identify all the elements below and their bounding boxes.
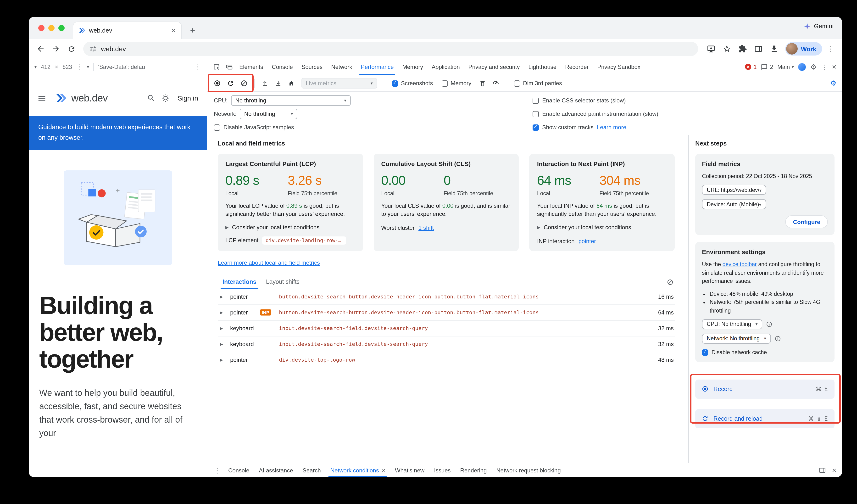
- side-panel-icon[interactable]: [754, 45, 762, 53]
- row-expand-icon[interactable]: ▶: [220, 358, 223, 363]
- install-icon[interactable]: [706, 45, 715, 53]
- tab-privacy-security[interactable]: Privacy and security: [464, 58, 524, 75]
- css-selector-stats-row[interactable]: Enable CSS selector stats (slow): [533, 95, 626, 106]
- drawer-tab-network-conditions[interactable]: Network conditions ×: [325, 463, 390, 477]
- interaction-row[interactable]: ▶ pointer div.devsite-top-logo-row 48 ms: [218, 352, 675, 368]
- issue-count[interactable]: 2: [770, 64, 773, 70]
- cls-worst-cluster-link[interactable]: 1 shift: [418, 224, 434, 231]
- save-profile-icon[interactable]: [272, 77, 284, 89]
- record-and-reload-button[interactable]: Record and reload ⌘ ⇧ E: [695, 409, 835, 429]
- reload-icon[interactable]: [64, 41, 79, 56]
- record-button[interactable]: Record ⌘ E: [695, 380, 835, 399]
- drawer-close-icon[interactable]: ×: [832, 466, 836, 474]
- forward-icon[interactable]: [49, 41, 63, 56]
- interaction-target[interactable]: input.devsite-search-field.devsite-searc…: [279, 325, 428, 332]
- new-tab-button[interactable]: [186, 23, 199, 37]
- device-toolbar-link[interactable]: device toolbar: [723, 262, 757, 267]
- memory-checkbox[interactable]: Memory: [438, 80, 475, 87]
- learn-more-metrics-link[interactable]: Learn more about local and field metrics: [218, 259, 320, 266]
- browser-tab[interactable]: web.dev: [73, 21, 182, 39]
- url-select[interactable]: URL: https://web.dev/: [702, 185, 766, 195]
- drawer-tab-search[interactable]: Search: [298, 463, 325, 477]
- site-search-icon[interactable]: [147, 94, 155, 102]
- drawer-tab-network-request-blocking[interactable]: Network request blocking: [491, 463, 565, 477]
- inspect-element-icon[interactable]: [210, 61, 222, 73]
- save-data-label[interactable]: 'Save-Data': defau: [98, 63, 145, 70]
- performance-settings-gear-icon[interactable]: ⚙: [830, 79, 838, 88]
- interaction-row[interactable]: ▶ pointer button.devsite-search-button.d…: [218, 289, 675, 305]
- network-info-icon[interactable]: [775, 336, 781, 342]
- row-expand-icon[interactable]: ▶: [220, 326, 223, 331]
- tab-console[interactable]: Console: [268, 58, 297, 75]
- profile-button[interactable]: Work: [785, 42, 822, 55]
- row-expand-icon[interactable]: ▶: [220, 310, 223, 315]
- cpu-throttling-select[interactable]: No throttling: [231, 95, 351, 106]
- drawer-tab-console[interactable]: Console: [223, 463, 254, 477]
- drawer-tab-issues[interactable]: Issues: [429, 463, 455, 477]
- cpu-info-icon[interactable]: [766, 321, 772, 327]
- issues-bubble-icon[interactable]: [761, 63, 768, 70]
- drawer-layout-icon[interactable]: [819, 467, 826, 474]
- tab-elements[interactable]: Elements: [235, 58, 268, 75]
- inp-test-conditions-expander[interactable]: ▶ Consider your local test conditions: [537, 224, 667, 231]
- interaction-row[interactable]: ▶ keyboard input.devsite-search-field.de…: [218, 336, 675, 352]
- downloads-icon[interactable]: [770, 45, 778, 53]
- viewport-height[interactable]: 823: [63, 63, 72, 70]
- interaction-target[interactable]: div.devsite-top-logo-row: [279, 357, 355, 363]
- paint-instrumentation-checkbox-box[interactable]: [533, 111, 539, 117]
- custom-tracks-row[interactable]: Show custom tracks Learn more: [533, 121, 626, 133]
- maximize-window-button[interactable]: [58, 25, 65, 31]
- memory-checkbox-box[interactable]: [441, 80, 448, 86]
- emulation-more-icon[interactable]: ⋮: [76, 63, 83, 70]
- drawer-tab-close-icon[interactable]: ×: [382, 463, 385, 477]
- interaction-target[interactable]: input.devsite-search-field.devsite-searc…: [279, 341, 428, 347]
- live-metrics-home-icon[interactable]: [285, 77, 298, 89]
- context-selector[interactable]: Main ▾: [777, 63, 794, 70]
- emulation-overflow-icon[interactable]: ⋮: [195, 63, 201, 70]
- network-throttling-select[interactable]: No throttling: [240, 108, 297, 119]
- custom-tracks-learn-more-link[interactable]: Learn more: [597, 124, 626, 131]
- drawer-tab-whats-new[interactable]: What's new: [390, 463, 429, 477]
- devtools-close-icon[interactable]: ×: [832, 63, 836, 71]
- tab-close-icon[interactable]: [170, 27, 177, 34]
- gauge-icon[interactable]: [489, 77, 502, 89]
- paint-instrumentation-row[interactable]: Enable advanced paint instrumentation (s…: [533, 108, 658, 120]
- extensions-puzzle-icon[interactable]: [738, 45, 747, 53]
- screenshots-checkbox[interactable]: Screenshots: [388, 80, 437, 87]
- interaction-row[interactable]: ▶ keyboard input.devsite-search-field.de…: [218, 321, 675, 336]
- dim-3rd-parties-checkbox[interactable]: Dim 3rd parties: [510, 80, 566, 87]
- disable-js-samples-checkbox-box[interactable]: [214, 124, 220, 131]
- tab-recorder[interactable]: Recorder: [561, 58, 593, 75]
- tab-performance[interactable]: Performance: [356, 58, 398, 75]
- gemini-button[interactable]: Gemini: [804, 22, 834, 30]
- lcp-test-conditions-expander[interactable]: ▶ Consider your local test conditions: [225, 224, 355, 231]
- screenshots-checkbox-box[interactable]: [392, 80, 398, 86]
- sidebar-cpu-select[interactable]: CPU: No throttling: [702, 319, 762, 329]
- drawer-tab-ai-assistance[interactable]: AI assistance: [254, 463, 298, 477]
- hamburger-menu-icon[interactable]: [37, 94, 46, 103]
- minimize-window-button[interactable]: [48, 25, 54, 31]
- inp-interaction-link[interactable]: pointer: [578, 238, 596, 245]
- clear-interactions-icon[interactable]: [667, 279, 674, 286]
- viewport-width[interactable]: 412: [41, 63, 50, 70]
- back-icon[interactable]: [33, 41, 48, 56]
- load-profile-icon[interactable]: [258, 77, 271, 89]
- sign-in-link[interactable]: Sign in: [178, 94, 198, 102]
- site-logo[interactable]: web.dev: [54, 93, 141, 104]
- device-select-caret-icon[interactable]: ▾: [34, 64, 37, 69]
- device-select[interactable]: Device: Auto (Mobile): [702, 199, 766, 209]
- tab-sources[interactable]: Sources: [297, 58, 327, 75]
- disable-network-cache-checkbox[interactable]: Disable network cache: [702, 349, 828, 356]
- disable-js-samples-row[interactable]: Disable JavaScript samples: [214, 121, 294, 133]
- row-expand-icon[interactable]: ▶: [220, 342, 223, 347]
- device-toolbar-icon[interactable]: [222, 61, 235, 73]
- address-bar[interactable]: web.dev: [83, 41, 698, 56]
- drawer-more-tools-icon[interactable]: ⋮: [211, 467, 223, 474]
- record-icon[interactable]: [211, 77, 223, 89]
- custom-tracks-checkbox-box[interactable]: [533, 124, 539, 131]
- sidebar-network-select[interactable]: Network: No throttling: [702, 334, 771, 344]
- interaction-target[interactable]: button.devsite-search-button.devsite-hea…: [279, 309, 539, 316]
- error-badge-icon[interactable]: ✕: [745, 64, 751, 70]
- close-window-button[interactable]: [38, 25, 45, 31]
- tab-network[interactable]: Network: [327, 58, 356, 75]
